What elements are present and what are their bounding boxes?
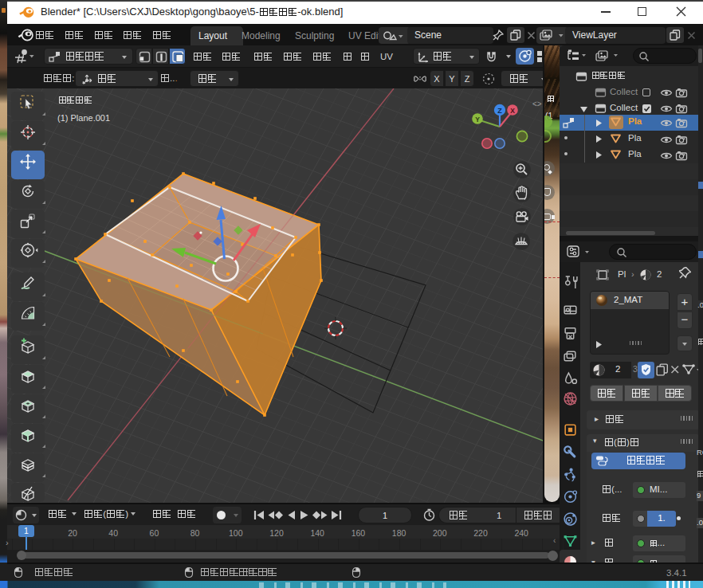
svg-text:Z: Z <box>497 107 502 115</box>
svg-text:X: X <box>510 107 515 115</box>
svg-text:Y: Y <box>475 116 480 123</box>
